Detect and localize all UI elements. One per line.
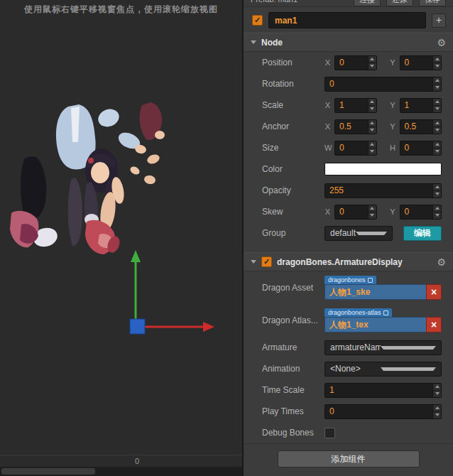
skew-row: Skew X 0 Y 0: [244, 201, 453, 222]
color-row: Color: [244, 158, 453, 180]
asset-type-chip: dragonbones-atlas: [324, 308, 392, 317]
node-section-title: Node: [261, 38, 432, 48]
position-y-input[interactable]: 0: [400, 55, 442, 70]
scene-canvas[interactable]: [0, 0, 244, 476]
node-name-input[interactable]: man1: [268, 12, 426, 28]
dragon-atlas-field[interactable]: 人物1_tex: [324, 317, 426, 332]
stepper-arrows[interactable]: [432, 405, 441, 418]
armature-dropdown[interactable]: armatureName: [324, 340, 442, 355]
collapse-triangle-icon[interactable]: [251, 40, 256, 44]
step-up-icon: [433, 56, 441, 63]
step-up-icon: [433, 141, 441, 148]
dragon-atlas-label: Dragon Atlas...: [262, 315, 324, 325]
remove-asset-button[interactable]: [426, 284, 442, 300]
step-up-icon: [433, 405, 441, 412]
step-down-icon: [433, 63, 441, 70]
stepper-arrows[interactable]: [432, 141, 441, 155]
prefab-revert-button[interactable]: 还原: [386, 0, 413, 6]
animation-value: <None>: [330, 364, 381, 374]
dragon-atlas-value: 人物1_tex: [329, 319, 369, 331]
chevron-down-icon: [356, 232, 387, 235]
rotation-row: Rotation 0: [244, 73, 453, 94]
y-axis-label: Y: [390, 101, 396, 109]
w-axis-label: W: [324, 144, 331, 152]
stepper-arrows[interactable]: [432, 56, 441, 70]
stepper-arrows[interactable]: [432, 205, 441, 219]
animation-dropdown[interactable]: <None>: [324, 362, 442, 377]
opacity-input[interactable]: 255: [324, 183, 442, 198]
gear-icon[interactable]: [437, 38, 446, 48]
debug-bones-checkbox[interactable]: [324, 428, 335, 438]
prefab-save-button[interactable]: 保存: [419, 0, 446, 6]
stepper-arrows[interactable]: [368, 120, 376, 134]
skew-x-input[interactable]: 0: [334, 205, 377, 220]
node-name-row: man1 +: [244, 7, 453, 33]
scrollbar-thumb[interactable]: [1, 468, 95, 475]
collapse-triangle-icon[interactable]: [251, 260, 256, 264]
position-x-input[interactable]: 0: [334, 55, 377, 70]
inspector-footer: 添加组件: [244, 443, 453, 476]
position-row: Position X 0 Y 0: [244, 52, 453, 73]
step-down-icon: [433, 412, 441, 418]
open-asset-icon[interactable]: [368, 278, 373, 283]
step-up-icon: [433, 77, 441, 85]
rotation-input[interactable]: 0: [324, 77, 442, 92]
anchor-x-input[interactable]: 0.5: [334, 119, 377, 134]
opacity-row: Opacity 255: [244, 180, 453, 201]
stepper-arrows[interactable]: [432, 384, 441, 397]
open-asset-icon[interactable]: [383, 310, 388, 315]
anchor-label: Anchor: [262, 121, 324, 131]
time-scale-input[interactable]: 1: [324, 383, 442, 398]
color-swatch[interactable]: [324, 163, 442, 175]
dragon-asset-field[interactable]: 人物1_ske: [324, 284, 426, 300]
node-active-checkbox[interactable]: [252, 15, 263, 26]
time-scale-label: Time Scale: [262, 385, 324, 395]
step-up-icon: [433, 205, 441, 212]
size-w-input[interactable]: 0: [334, 141, 377, 156]
stepper-arrows[interactable]: [368, 99, 376, 112]
stepper-arrows[interactable]: [368, 205, 376, 219]
move-gizmo[interactable]: [130, 250, 214, 334]
component-enabled-checkbox[interactable]: [261, 256, 272, 267]
stepper-arrows[interactable]: [432, 120, 441, 134]
dragon-asset-value: 人物1_ske: [329, 286, 370, 298]
armature-section-title: dragonBones.ArmatureDisplay: [277, 257, 432, 267]
play-times-input[interactable]: 0: [324, 404, 442, 419]
rotation-label: Rotation: [262, 79, 324, 89]
play-times-label: Play Times: [262, 406, 324, 416]
stepper-arrows[interactable]: [368, 141, 376, 155]
step-up-icon: [369, 141, 376, 148]
group-label: Group: [262, 228, 324, 238]
remove-asset-button[interactable]: [426, 317, 442, 332]
step-down-icon: [369, 148, 376, 155]
y-axis-label: Y: [390, 122, 396, 131]
size-h-input[interactable]: 0: [400, 141, 442, 156]
step-down-icon: [369, 106, 376, 112]
stepper-arrows[interactable]: [368, 56, 376, 70]
add-component-button[interactable]: 添加组件: [278, 450, 420, 467]
step-down-icon: [433, 127, 441, 134]
stepper-arrows[interactable]: [432, 184, 441, 198]
play-times-row: Play Times 0: [244, 401, 453, 422]
armature-section-header[interactable]: dragonBones.ArmatureDisplay: [244, 252, 453, 271]
scale-x-input[interactable]: 1: [334, 98, 377, 113]
stepper-arrows[interactable]: [432, 77, 441, 91]
plus-button[interactable]: +: [432, 13, 446, 28]
gear-icon[interactable]: [437, 257, 446, 267]
skew-label: Skew: [262, 207, 324, 217]
time-scale-row: Time Scale 1: [244, 379, 453, 401]
armature-value: armatureName: [330, 342, 381, 352]
scale-y-input[interactable]: 1: [400, 98, 442, 113]
anchor-y-input[interactable]: 0.5: [400, 119, 442, 134]
scene-view[interactable]: 使用鼠标右键平移视窗焦点，使用滚轮缩放视图: [0, 0, 244, 476]
stepper-arrows[interactable]: [432, 99, 441, 112]
debug-bones-row: Debug Bones: [244, 422, 453, 443]
step-down-icon: [369, 127, 376, 134]
horizontal-scrollbar[interactable]: [0, 467, 242, 476]
node-section-header[interactable]: Node: [244, 33, 453, 52]
prefab-connect-button[interactable]: 连接: [354, 0, 381, 6]
skew-y-input[interactable]: 0: [400, 205, 442, 220]
group-edit-button[interactable]: 编辑: [403, 226, 442, 241]
group-dropdown[interactable]: default: [324, 226, 393, 241]
step-down-icon: [433, 212, 441, 219]
